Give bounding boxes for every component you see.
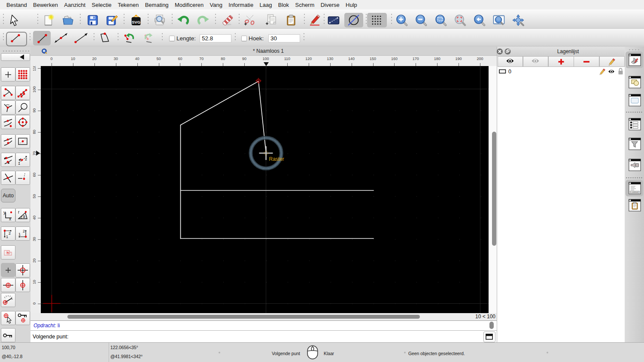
svg-text:c command: c command [631, 191, 638, 193]
svg-text:2: 2 [25, 157, 27, 161]
svg-text:1: 1 [18, 232, 21, 236]
svg-text:y: y [3, 210, 6, 215]
svg-text:Raster: Raster [269, 156, 284, 162]
svg-text:SVG: SVG [132, 20, 140, 24]
svg-text:1: 1 [18, 161, 20, 166]
svg-text:r: r [18, 210, 20, 214]
svg-text:a: a [23, 214, 25, 219]
svg-text:2: 2 [9, 231, 11, 235]
svg-text:x: x [9, 217, 11, 221]
svg-text:1: 1 [6, 235, 8, 239]
svg-text:2: 2 [23, 229, 25, 233]
